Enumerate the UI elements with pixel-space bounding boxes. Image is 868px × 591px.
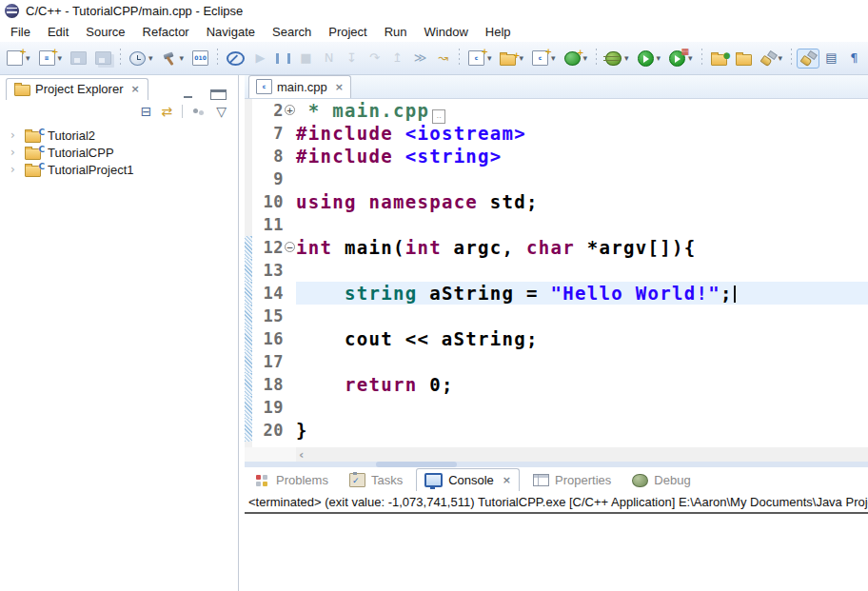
code-line-14[interactable]: 14 string aString = "Hello World!"; (245, 282, 868, 305)
disconnect-button[interactable]: N (318, 48, 340, 69)
menu-file[interactable]: File (2, 23, 39, 41)
code-text (296, 167, 868, 190)
run-icon (638, 50, 654, 67)
resume-button[interactable]: ▶ (249, 48, 271, 69)
menu-navigate[interactable]: Navigate (198, 23, 264, 41)
line-number: 15 (252, 305, 284, 327)
step-into-icon: ↧ (345, 50, 359, 66)
collapse-all-icon[interactable]: ⊟ (141, 104, 152, 119)
scroll-left-icon[interactable]: ‹ (299, 447, 304, 462)
tree-item-tutorialproject1[interactable]: ›CTutorialProject1 (1, 161, 238, 178)
terminate-button[interactable]: ■ (295, 48, 317, 69)
toolbar-separator (120, 49, 121, 68)
mark-occurrences-icon (800, 51, 816, 66)
new-file-button[interactable]: c+▾ (528, 48, 560, 69)
expand-chevron-icon[interactable]: › (10, 129, 18, 141)
show-source-of-selected-button[interactable]: ▤ (820, 48, 842, 69)
step-return-icon: ↥ (390, 50, 404, 66)
menu-edit[interactable]: Edit (39, 23, 77, 41)
tab-properties[interactable]: Properties (525, 470, 619, 491)
new-wizard-green-button[interactable]: +▾ (561, 49, 592, 69)
suspend-button[interactable] (272, 50, 294, 67)
save-all-button[interactable] (91, 49, 115, 68)
expand-chevron-icon[interactable]: › (10, 147, 18, 158)
minimize-icon[interactable] (184, 90, 198, 99)
save-button[interactable] (67, 49, 90, 68)
new-project-button[interactable]: ≡+▾ (35, 48, 67, 69)
step-return-button[interactable]: ↥ (386, 48, 408, 69)
folding-column (284, 327, 296, 350)
code-line-2[interactable]: 2+ * main.cpp‥ (245, 99, 868, 122)
expand-chevron-icon[interactable]: › (10, 164, 18, 175)
horizontal-scrollbar[interactable]: ‹ (245, 447, 868, 462)
close-icon[interactable]: × (503, 474, 511, 486)
binary-file-button[interactable]: 010 (188, 48, 212, 69)
code-line-17[interactable]: 17 (245, 350, 868, 373)
use-step-filters-button[interactable]: ↝ (432, 48, 454, 69)
maximize-icon[interactable] (210, 89, 227, 100)
menu-source[interactable]: Source (77, 23, 133, 41)
code-line-12[interactable]: 12−int main(int argc, char *argv[]){ (245, 236, 868, 259)
tab-main-cpp[interactable]: c main.cpp × (248, 75, 351, 98)
folding-column (284, 167, 296, 190)
folding-column: + (284, 99, 296, 122)
step-into-button[interactable]: ↧ (341, 48, 363, 69)
code-line-16[interactable]: 16 cout << aString; (245, 327, 868, 350)
fold-toggle-icon[interactable]: − (285, 242, 295, 252)
tab-problems[interactable]: Problems (248, 470, 336, 491)
menu-search[interactable]: Search (264, 23, 320, 41)
external-tools-button[interactable]: ▦▾ (665, 48, 697, 69)
dropdown-icon[interactable]: ▾ (624, 54, 629, 63)
new-button[interactable]: +▾ (3, 48, 34, 69)
dropdown-icon[interactable]: ▾ (779, 54, 783, 63)
show-whitespace-button[interactable]: ¶ (843, 48, 865, 69)
code-line-15[interactable]: 15 (245, 305, 868, 327)
close-icon[interactable]: × (335, 81, 344, 93)
dropdown-icon[interactable]: ▾ (657, 54, 661, 63)
menu-refactor[interactable]: Refactor (134, 23, 198, 41)
paintbrush-button[interactable]: ▾ (757, 49, 787, 69)
code-line-10[interactable]: 10using namespace std; (245, 190, 868, 213)
tree-item-tutorial2[interactable]: ›CTutorial2 (1, 127, 238, 144)
code-line-19[interactable]: 19 (245, 396, 868, 419)
customize-view-icon[interactable] (192, 108, 207, 116)
tab-console[interactable]: Console× (416, 468, 520, 491)
open-type-button[interactable]: ● (707, 49, 731, 69)
code-line-8[interactable]: 8#include <string> (245, 145, 868, 167)
instruction-stepping-button[interactable]: ≫ (409, 48, 431, 69)
profile-button[interactable]: ▾ (126, 49, 157, 69)
dropdown-icon[interactable]: ▾ (148, 54, 153, 63)
step-over-button[interactable]: ↷ (364, 48, 385, 69)
build-button[interactable]: ▾ (158, 49, 188, 69)
open-resource-button[interactable] (732, 49, 756, 69)
close-icon[interactable]: × (130, 83, 139, 95)
project-explorer-view: Project Explorer × ⊟⇄▽ ›CTutorial2›CTuto… (1, 75, 239, 591)
tab-project-explorer[interactable]: Project Explorer × (6, 78, 148, 100)
new-folder-button[interactable]: +▾ (496, 49, 527, 69)
tab-debug[interactable]: Debug (624, 470, 698, 491)
debug-button[interactable]: ▾ (602, 49, 633, 69)
code-line-9[interactable]: 9 (245, 167, 868, 190)
menu-window[interactable]: Window (416, 23, 477, 41)
menu-project[interactable]: Project (320, 23, 375, 41)
folding-column (284, 213, 296, 236)
new-class-button[interactable]: c+▾ (464, 48, 496, 69)
code-line-13[interactable]: 13 (245, 259, 868, 282)
view-menu-icon[interactable]: ▽ (216, 104, 227, 119)
menu-help[interactable]: Help (477, 23, 520, 41)
code-line-18[interactable]: 18 return 0; (245, 373, 868, 396)
fold-toggle-icon[interactable]: + (285, 105, 295, 115)
code-line-7[interactable]: 7#include <iostream> (245, 122, 868, 145)
tab-tasks[interactable]: Tasks (342, 470, 410, 491)
code-editor[interactable]: 2+ * main.cpp‥7#include <iostream>8#incl… (245, 99, 868, 447)
run-button[interactable]: ▾ (634, 48, 665, 69)
skip-all-breakpoints-button[interactable] (223, 49, 248, 69)
mark-occurrences-button[interactable] (797, 49, 819, 69)
link-with-editor-icon[interactable]: ⇄ (161, 104, 172, 119)
dropdown-icon[interactable]: ▾ (180, 54, 185, 63)
new-project-icon: ≡+ (39, 50, 55, 66)
code-line-11[interactable]: 11 (245, 213, 868, 236)
menu-run[interactable]: Run (376, 23, 416, 41)
code-line-20[interactable]: 20} (245, 419, 868, 442)
tree-item-tutorialcpp[interactable]: ›CTutorialCPP (1, 144, 238, 161)
